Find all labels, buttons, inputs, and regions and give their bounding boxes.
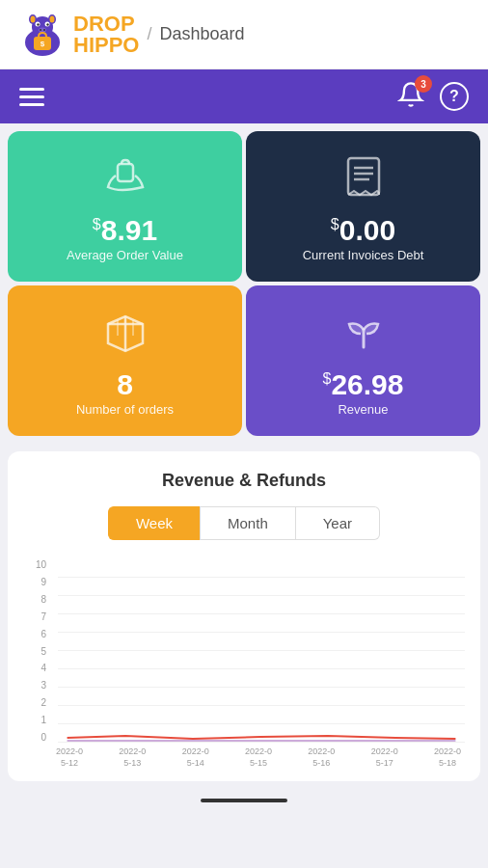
box-icon bbox=[100, 309, 150, 365]
number-of-orders-label: Number of orders bbox=[76, 402, 174, 417]
home-indicator bbox=[201, 799, 287, 802]
nav-icons: 3 ? bbox=[397, 81, 469, 112]
hamburger-line-3 bbox=[19, 103, 44, 106]
chart-tabs: Week Month Year bbox=[23, 506, 465, 540]
y-label-8: 8 bbox=[23, 594, 46, 605]
chart-y-axis: 0 1 2 3 4 5 6 7 8 9 10 bbox=[23, 559, 46, 743]
chart-inner bbox=[58, 559, 465, 743]
page-title: Dashboard bbox=[159, 24, 244, 44]
x-label-0: 2022-05-12 bbox=[56, 746, 83, 769]
plant-icon bbox=[339, 309, 388, 365]
x-label-2: 2022-05-14 bbox=[182, 746, 209, 769]
header-separator: / bbox=[147, 24, 151, 44]
y-label-5: 5 bbox=[23, 646, 46, 657]
revenue-label: Revenue bbox=[338, 402, 388, 417]
navbar: 3 ? bbox=[0, 69, 488, 123]
number-of-orders-card[interactable]: 8 Number of orders bbox=[8, 285, 242, 436]
chart-title: Revenue & Refunds bbox=[23, 471, 465, 491]
hippo-logo-icon: $ bbox=[15, 10, 69, 60]
svg-point-8 bbox=[37, 23, 39, 25]
current-invoices-debt-label: Current Invoices Debt bbox=[303, 248, 424, 262]
x-label-6: 2022-05-18 bbox=[434, 746, 461, 769]
revenue-amount: $26.98 bbox=[323, 368, 404, 400]
y-label-1: 1 bbox=[23, 715, 46, 725]
chart-container: 0 1 2 3 4 5 6 7 8 9 10 bbox=[23, 559, 465, 772]
bottom-bar bbox=[0, 789, 488, 808]
svg-point-4 bbox=[31, 15, 36, 22]
svg-rect-16 bbox=[348, 158, 379, 195]
average-order-value-card[interactable]: $8.91 Average Order Value bbox=[8, 131, 242, 282]
revenue-refunds-chart-section: Revenue & Refunds Week Month Year 0 1 2 … bbox=[8, 451, 480, 781]
logo-hippo-text: HIPPO bbox=[73, 33, 139, 57]
x-label-4: 2022-05-16 bbox=[308, 746, 335, 769]
currency-symbol: $ bbox=[93, 216, 101, 232]
hamburger-menu[interactable] bbox=[19, 88, 44, 106]
average-order-value-amount: $8.91 bbox=[93, 214, 157, 246]
help-icon: ? bbox=[449, 88, 459, 105]
help-button[interactable]: ? bbox=[440, 82, 469, 111]
tab-year[interactable]: Year bbox=[296, 506, 380, 540]
y-label-7: 7 bbox=[23, 611, 46, 622]
revenue-card[interactable]: $26.98 Revenue bbox=[246, 285, 480, 436]
logo-area: $ DROP HIPPO / Dashboard bbox=[15, 10, 473, 60]
current-invoices-debt-card[interactable]: $0.00 Current Invoices Debt bbox=[246, 131, 480, 282]
receipt-icon bbox=[342, 154, 385, 210]
logo-drop: DROP bbox=[73, 14, 139, 35]
svg-point-9 bbox=[46, 23, 48, 25]
logo-text-block: DROP HIPPO bbox=[73, 14, 139, 56]
y-label-0: 0 bbox=[23, 732, 46, 743]
app-header: $ DROP HIPPO / Dashboard bbox=[0, 0, 488, 69]
x-label-3: 2022-05-15 bbox=[245, 746, 272, 769]
revenue-line bbox=[68, 736, 456, 739]
bag-icon bbox=[100, 154, 150, 210]
svg-point-12 bbox=[43, 29, 45, 31]
stats-cards-grid: $8.91 Average Order Value $0.00 Current … bbox=[0, 123, 488, 444]
current-invoices-debt-amount: $0.00 bbox=[331, 214, 395, 246]
currency-symbol-2: $ bbox=[331, 216, 339, 232]
svg-point-11 bbox=[40, 29, 41, 31]
y-label-10: 10 bbox=[23, 559, 46, 570]
y-label-4: 4 bbox=[23, 663, 46, 673]
chart-svg bbox=[58, 559, 465, 743]
tab-month[interactable]: Month bbox=[200, 506, 296, 540]
logo-hippo: HIPPO bbox=[73, 35, 139, 56]
notification-bell[interactable]: 3 bbox=[397, 81, 424, 112]
y-label-9: 9 bbox=[23, 577, 46, 587]
y-label-6: 6 bbox=[23, 629, 46, 639]
hamburger-line-1 bbox=[19, 88, 44, 91]
svg-text:$: $ bbox=[41, 40, 45, 48]
average-order-value-label: Average Order Value bbox=[67, 248, 183, 262]
svg-point-5 bbox=[50, 15, 55, 22]
svg-rect-15 bbox=[118, 164, 133, 181]
x-label-5: 2022-05-17 bbox=[371, 746, 398, 769]
notification-badge: 3 bbox=[415, 75, 432, 93]
y-label-2: 2 bbox=[23, 697, 46, 708]
x-label-1: 2022-05-13 bbox=[119, 746, 146, 769]
tab-week[interactable]: Week bbox=[108, 506, 200, 540]
hamburger-line-2 bbox=[19, 95, 44, 98]
number-of-orders-amount: 8 bbox=[117, 368, 133, 400]
chart-x-axis: 2022-05-12 2022-05-13 2022-05-14 2022-05… bbox=[52, 746, 465, 769]
y-label-3: 3 bbox=[23, 680, 46, 691]
